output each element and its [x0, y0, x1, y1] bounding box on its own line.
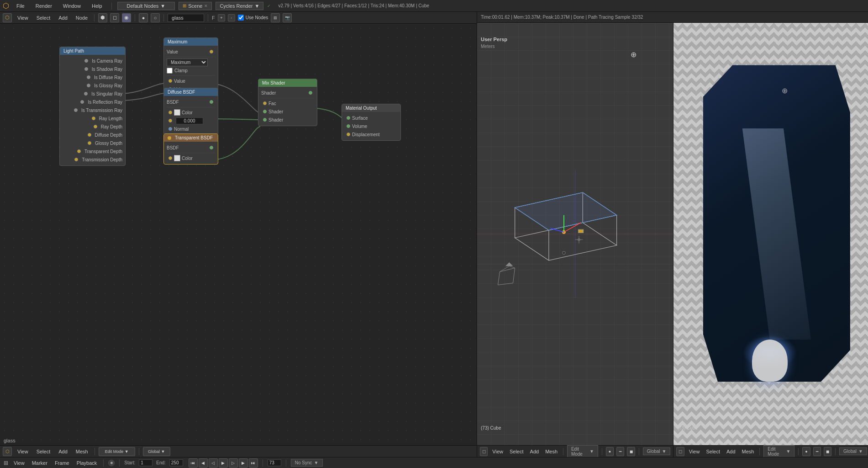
3d-footer-icon: ◻ — [480, 447, 488, 456]
node-mix-shader: Mix Shader Shader Fac Shader — [258, 79, 317, 126]
node-transparent-header[interactable]: Transparent BSDF — [164, 134, 218, 142]
viewport-3d-sublabel: Meters — [481, 44, 495, 49]
play-btn[interactable]: ▶ — [219, 458, 228, 468]
next-frame-btn[interactable]: ▶ — [239, 458, 248, 468]
engine-selector[interactable]: Cycles Render▼ — [216, 2, 263, 10]
menu-view-node[interactable]: View — [15, 14, 31, 21]
prev-keyframe-btn[interactable]: ◁ — [209, 458, 218, 468]
svg-line-17 — [500, 266, 510, 271]
svg-marker-16 — [498, 268, 515, 285]
footer-mesh-render[interactable]: Mesh — [740, 448, 756, 455]
play-toggle[interactable]: ◉ — [108, 460, 115, 466]
node-maximum-header[interactable]: Maximum — [164, 38, 218, 46]
timeline-view[interactable]: View — [12, 459, 26, 467]
svg-marker-9 — [515, 192, 617, 230]
menu-file[interactable]: File — [13, 2, 28, 10]
icon-solid[interactable]: ● — [139, 13, 148, 22]
clamp-checkbox[interactable] — [167, 68, 173, 74]
node-mix-header[interactable]: Mix Shader — [258, 79, 317, 87]
node-row: Is Singular Ray — [63, 90, 122, 98]
end-field[interactable] — [169, 459, 183, 466]
main-layout: ⬡ View Select Add Node ⬢ ◻ ◉ ● ○ glass F… — [0, 12, 868, 457]
edit-mode-btn-3d[interactable]: Edit Mode ▼ — [567, 445, 598, 457]
timeline: ⊞ View Marker Frame Playback ◉ Start: En… — [0, 457, 868, 468]
icon-point-r[interactable]: ● — [802, 447, 810, 456]
footer-add[interactable]: Add — [56, 448, 70, 455]
node-bsdf-out: BSDF — [167, 98, 215, 106]
icon-edge-r[interactable]: ━ — [813, 447, 821, 456]
icon-pin[interactable]: F — [212, 15, 215, 21]
node-roughness-in[interactable] — [167, 117, 215, 125]
menu-help[interactable]: Help — [88, 2, 106, 10]
prev-frame-btn[interactable]: ◀ — [199, 458, 208, 468]
icon-zoom-out-node[interactable]: - — [228, 14, 235, 21]
node-volume-in: Volume — [345, 122, 398, 130]
svg-rect-14 — [578, 229, 584, 233]
menu-node[interactable]: Node — [73, 14, 90, 21]
icon-face[interactable]: ◼ — [627, 447, 635, 456]
icon-edge[interactable]: ━ — [616, 447, 624, 456]
footer-add-render[interactable]: Add — [725, 448, 737, 455]
footer-select[interactable]: Select — [34, 448, 53, 455]
skip-start-btn[interactable]: ⏮ — [189, 458, 198, 468]
icon-render[interactable]: ◉ — [122, 13, 131, 22]
render-footer-icon: ◻ — [676, 447, 684, 456]
node-fac-in: Fac — [261, 99, 314, 107]
timeline-marker[interactable]: Marker — [30, 459, 49, 467]
menu-select-node[interactable]: Select — [34, 14, 53, 21]
node-transparent-bsdf: Transparent BSDF BSDF Color — [163, 133, 218, 165]
timeline-playback[interactable]: Playback — [75, 459, 99, 467]
node-normal-in: Normal — [167, 125, 215, 133]
footer-mesh[interactable]: Mesh — [73, 448, 91, 455]
node-light-path-header[interactable]: Light Path — [60, 47, 125, 55]
footer-select-3d[interactable]: Select — [508, 448, 526, 455]
material-name-field[interactable]: glass — [168, 14, 204, 22]
viewport-3d[interactable]: User Persp Meters ⊕ (73) Cube — [477, 23, 673, 445]
footer-view-render[interactable]: View — [687, 448, 702, 455]
node-maximum-value: Value — [167, 48, 215, 56]
footer-view-3d[interactable]: View — [490, 448, 505, 455]
node-clamp[interactable]: Clamp — [167, 66, 215, 74]
global-btn-render[interactable]: Global ▼ — [839, 447, 867, 455]
icon-point[interactable]: ● — [606, 447, 614, 456]
icon-camera-node[interactable]: 📷 — [283, 13, 292, 22]
next-keyframe-btn[interactable]: ▷ — [229, 458, 238, 468]
use-nodes-label: Use Nodes — [246, 15, 268, 20]
menu-add-node[interactable]: Add — [56, 14, 70, 21]
use-nodes-checkbox[interactable] — [238, 15, 244, 21]
menu-render[interactable]: Render — [32, 2, 56, 10]
footer-add-3d[interactable]: Add — [528, 448, 541, 455]
global-btn[interactable]: Global ▼ — [143, 447, 170, 456]
icon-nodes[interactable]: ⬢ — [98, 13, 107, 22]
icon-snapping[interactable]: ⊞ — [271, 13, 280, 22]
footer-select-render[interactable]: Select — [704, 448, 722, 455]
current-frame-field[interactable] — [268, 459, 281, 466]
node-row: Diffuse Depth — [63, 131, 122, 139]
sync-dropdown[interactable]: No Sync▼ — [291, 459, 323, 467]
node-row: Ray Length — [63, 114, 122, 122]
skip-end-btn[interactable]: ⏭ — [249, 458, 258, 468]
menu-window[interactable]: Window — [59, 2, 84, 10]
footer-mesh-3d[interactable]: Mesh — [543, 448, 559, 455]
svg-line-18 — [509, 266, 515, 268]
node-row: Transmission Depth — [63, 155, 122, 164]
icon-face-r[interactable]: ◼ — [824, 447, 831, 456]
render-viewport[interactable]: ⊕ (73) Cube — [673, 23, 868, 445]
node-material-header[interactable]: Material Output — [342, 104, 400, 112]
node-diffuse-header[interactable]: Diffuse BSDF — [164, 88, 218, 96]
edit-mode-btn-render[interactable]: Edit Mode ▼ — [763, 445, 794, 457]
timeline-icon: ⊞ — [4, 460, 8, 466]
node-maximum-op[interactable]: Maximum — [167, 58, 215, 66]
footer-view[interactable]: View — [15, 448, 31, 455]
icon-wire[interactable]: ○ — [151, 13, 160, 22]
start-field[interactable] — [139, 459, 153, 466]
node-color-in: Color — [167, 108, 215, 117]
timeline-frame[interactable]: Frame — [53, 459, 71, 467]
node-editor-header: ⬡ View Select Add Node ⬢ ◻ ◉ ● ○ glass F… — [0, 12, 477, 24]
icon-view-3d[interactable]: ◻ — [110, 13, 119, 22]
mode-selector[interactable]: Default Nodes▼ — [117, 2, 175, 10]
icon-zoom-node[interactable]: + — [218, 14, 225, 21]
roughness-field[interactable] — [176, 117, 203, 124]
global-btn-3d[interactable]: Global ▼ — [643, 447, 671, 455]
mode-btn[interactable]: Edit Mode ▼ — [99, 447, 135, 456]
